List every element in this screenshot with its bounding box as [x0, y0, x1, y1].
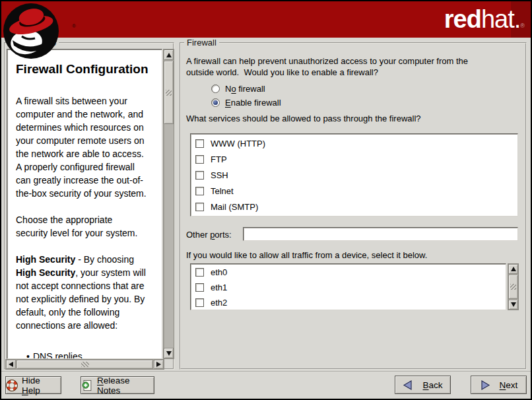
other-ports-input[interactable] [243, 227, 518, 241]
registered-mark: ® [520, 22, 524, 29]
release-notes-label: Release Notes [97, 376, 154, 395]
help-text-viewport: Firewall Configuration A firewall sits b… [7, 49, 162, 359]
service-label: Telnet [211, 186, 234, 196]
service-row[interactable]: WWW (HTTP) [191, 135, 517, 151]
checkbox-mail-smtp[interactable] [195, 203, 204, 211]
scroll-down-button[interactable] [508, 300, 518, 310]
device-label: eth1 [211, 283, 227, 292]
redhat-wordmark: redhat.® [444, 5, 524, 34]
redhat-shadowman-logo-icon [2, 2, 60, 63]
radio-no-firewall[interactable] [211, 84, 220, 93]
checkbox-ftp[interactable] [195, 155, 204, 164]
help-text-content: Firewall Configuration A firewall sits b… [7, 50, 162, 359]
header-bar: redhat.® ® [1, 1, 531, 38]
back-arrow-icon [403, 380, 413, 391]
thumb-grip-icon [81, 362, 89, 367]
scroll-up-button[interactable] [164, 50, 174, 60]
help-vertical-scrollbar[interactable] [163, 49, 174, 359]
service-row[interactable]: Telnet [191, 183, 517, 199]
service-row[interactable]: Mail (SMTP) [191, 199, 517, 215]
checkbox-eth2[interactable] [195, 298, 204, 307]
checkbox-eth1[interactable] [195, 283, 204, 292]
help-bullet-item: •DNS replies [16, 349, 160, 359]
brand-bold: red [444, 5, 481, 33]
back-button[interactable]: Back [395, 376, 451, 394]
next-label: Next [500, 380, 518, 390]
bullet-icon: • [26, 349, 33, 359]
firewall-frame-label: Firewall [184, 38, 219, 48]
services-question-text: What services should be allowed to pass … [186, 114, 421, 123]
hide-help-button[interactable]: Hide Help [5, 376, 61, 394]
devices-vertical-scrollbar[interactable] [508, 263, 519, 310]
help-paragraph: A firewall sits between your computer an… [16, 94, 160, 200]
down-arrow-icon [166, 351, 172, 356]
services-list: WWW (HTTP) FTP SSH Telnet Mail (SMTP) [190, 133, 518, 217]
scroll-down-button[interactable] [164, 348, 174, 358]
service-row[interactable]: SSH [191, 167, 517, 183]
brand-light: hat. [481, 5, 520, 33]
installer-window: redhat.® ® Online Help Firewall Configur… [0, 0, 532, 400]
next-button[interactable]: Next [471, 376, 527, 394]
scroll-left-button[interactable] [6, 360, 16, 369]
thumb-grip-icon [166, 90, 172, 96]
service-label: FTP [211, 154, 227, 164]
device-label: eth2 [211, 298, 227, 308]
help-paragraph: High Security - By choosing High Securit… [16, 253, 160, 332]
checkbox-ssh[interactable] [195, 171, 204, 180]
checkbox-telnet[interactable] [195, 187, 204, 195]
back-label: Back [422, 380, 442, 390]
firewall-intro-text: A firewall can help prevent unauthorized… [186, 55, 468, 78]
up-arrow-icon [166, 53, 172, 57]
thumb-grip-icon [510, 284, 516, 290]
footer-separator [1, 371, 531, 372]
help-title: Firewall Configuration [16, 60, 160, 79]
service-label: WWW (HTTP) [211, 139, 265, 149]
devices-instruction-text: If you would like to allow all traffic f… [186, 250, 427, 260]
device-label: eth0 [211, 267, 227, 277]
device-row[interactable]: eth2 [191, 295, 506, 310]
logo-registered-mark: ® [72, 23, 76, 29]
help-horizontal-scrollbar[interactable] [5, 359, 164, 370]
scrollbar-thumb[interactable] [508, 275, 518, 299]
scroll-right-button[interactable] [154, 360, 164, 369]
up-arrow-icon [511, 267, 516, 271]
down-arrow-icon [511, 302, 516, 307]
right-arrow-icon [156, 362, 161, 367]
device-row[interactable]: eth0 [191, 265, 506, 280]
help-paragraph: Choose the appropriate security level fo… [16, 213, 160, 240]
left-arrow-icon [9, 362, 13, 367]
other-ports-label: Other ports: [186, 230, 232, 240]
scrollbar-thumb[interactable] [17, 360, 153, 369]
checkbox-eth0[interactable] [195, 268, 204, 277]
device-row[interactable]: eth1 [191, 280, 506, 295]
service-label: Mail (SMTP) [211, 202, 258, 212]
radio-no-firewall-label[interactable]: No firewall [225, 84, 265, 94]
radio-row-no-firewall[interactable]: No firewall [211, 82, 265, 96]
service-label: SSH [211, 170, 228, 180]
service-row[interactable]: FTP [191, 151, 517, 167]
release-notes-icon [81, 380, 93, 391]
hide-help-label: Hide Help [22, 376, 61, 395]
radio-enable-firewall[interactable] [211, 98, 220, 107]
radio-enable-firewall-label[interactable]: Enable firewall [225, 98, 281, 108]
devices-list: eth0 eth1 eth2 [190, 263, 506, 310]
release-notes-button[interactable]: Release Notes [81, 376, 154, 394]
life-preserver-icon [6, 380, 18, 391]
scrollbar-thumb[interactable] [164, 61, 174, 124]
scroll-up-button[interactable] [508, 264, 518, 274]
next-arrow-icon [480, 380, 490, 391]
bullet-text: DNS replies [33, 351, 83, 359]
radio-row-enable-firewall[interactable]: Enable firewall [211, 96, 281, 110]
checkbox-www-http[interactable] [195, 139, 204, 148]
